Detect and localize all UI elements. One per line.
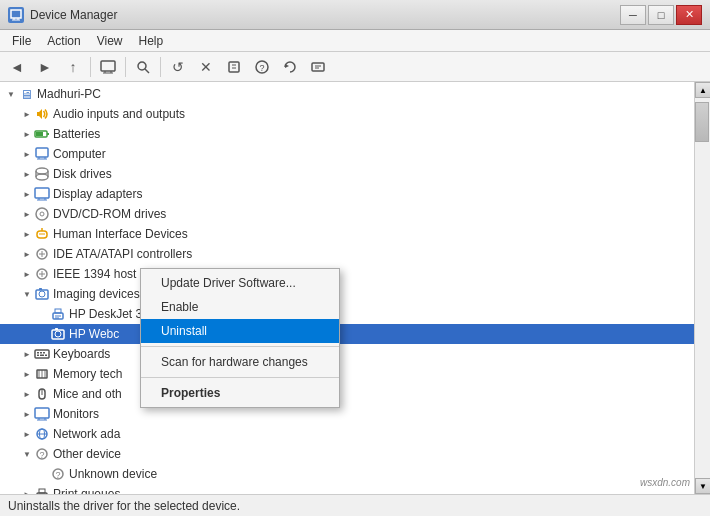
tree-label: Madhuri-PC <box>37 87 101 101</box>
tree-item-madhuri[interactable]: ▼ 🖥 Madhuri-PC <box>0 84 694 104</box>
maximize-button[interactable]: □ <box>648 5 674 25</box>
expand-icon[interactable]: ► <box>20 207 34 221</box>
expand-icon[interactable]: ► <box>20 367 34 381</box>
menu-help[interactable]: Help <box>131 32 172 50</box>
expand-icon[interactable]: ► <box>20 407 34 421</box>
tree-item-hp-deskjet[interactable]: HP DeskJet 3830 series (NET) <box>0 304 694 324</box>
app-icon <box>8 7 24 23</box>
ctx-uninstall[interactable]: Uninstall <box>141 319 339 343</box>
svg-rect-60 <box>40 355 44 357</box>
expand-icon[interactable]: ► <box>20 267 34 281</box>
expand-icon[interactable]: ▼ <box>20 447 34 461</box>
ctx-scan[interactable]: Scan for hardware changes <box>141 350 339 374</box>
tree-item-computer[interactable]: ► Computer <box>0 144 694 164</box>
tree-item-mice[interactable]: ► Mice and oth <box>0 384 694 404</box>
audio-icon <box>34 106 50 122</box>
svg-rect-59 <box>37 355 39 357</box>
webcam-icon <box>50 326 66 342</box>
svg-rect-54 <box>55 328 58 330</box>
tree-item-audio[interactable]: ► Audio inputs and outputs <box>0 104 694 124</box>
expand-icon[interactable]: ► <box>20 387 34 401</box>
printq-icon <box>34 486 50 494</box>
scrollbar-track[interactable] <box>695 98 710 478</box>
tree-item-network[interactable]: ► Network ada <box>0 424 694 444</box>
refresh-button[interactable]: ↺ <box>165 55 191 79</box>
expand-icon[interactable]: ► <box>20 427 34 441</box>
svg-rect-0 <box>11 10 21 18</box>
expand-icon[interactable]: ► <box>20 227 34 241</box>
tree-item-hp-webcam[interactable]: HP Webc <box>0 324 694 344</box>
up-button[interactable]: ↑ <box>60 55 86 79</box>
tree-label: Display adapters <box>53 187 142 201</box>
tree-item-dvd[interactable]: ► DVD/CD-ROM drives <box>0 204 694 224</box>
tree-item-printq[interactable]: ► Print queues <box>0 484 694 494</box>
expand-icon[interactable]: ► <box>20 147 34 161</box>
expand-spacer <box>36 307 50 321</box>
tree-item-hid[interactable]: ► Human Interface Devices <box>0 224 694 244</box>
forward-button[interactable]: ► <box>32 55 58 79</box>
tree-label: Disk drives <box>53 167 112 181</box>
svg-rect-4 <box>101 61 115 71</box>
close-button[interactable]: ✕ <box>676 5 702 25</box>
menu-action[interactable]: Action <box>39 32 88 50</box>
search-button[interactable] <box>130 55 156 79</box>
update-button[interactable] <box>277 55 303 79</box>
expand-icon[interactable]: ► <box>20 127 34 141</box>
battery-icon <box>34 126 50 142</box>
menu-view[interactable]: View <box>89 32 131 50</box>
tree-item-disk[interactable]: ► Disk drives <box>0 164 694 184</box>
separator-1 <box>90 57 91 77</box>
mice-icon <box>34 386 50 402</box>
ctx-separator-1 <box>141 346 339 347</box>
network-icon <box>34 426 50 442</box>
pc-icon <box>34 146 50 162</box>
expand-icon[interactable]: ► <box>20 247 34 261</box>
title-bar-left: Device Manager <box>8 7 117 23</box>
tree-item-batteries[interactable]: ► Batteries <box>0 124 694 144</box>
expand-icon[interactable]: ► <box>20 107 34 121</box>
expand-icon[interactable]: ▼ <box>4 87 18 101</box>
help-button[interactable]: ? <box>249 55 275 79</box>
tree-item-keyboards[interactable]: ► Keyboards <box>0 344 694 364</box>
tree-label: Imaging devices <box>53 287 140 301</box>
minimize-button[interactable]: ─ <box>620 5 646 25</box>
tree-item-imaging[interactable]: ▼ Imaging devices <box>0 284 694 304</box>
expand-icon[interactable]: ▼ <box>20 287 34 301</box>
tree-item-monitors[interactable]: ► Monitors <box>0 404 694 424</box>
stop-button[interactable]: ✕ <box>193 55 219 79</box>
expand-icon[interactable]: ► <box>20 167 34 181</box>
tree-item-unknown[interactable]: ? Unknown device <box>0 464 694 484</box>
ctx-separator-2 <box>141 377 339 378</box>
ctx-enable[interactable]: Enable <box>141 295 339 319</box>
tree-item-memory[interactable]: ► Memory tech <box>0 364 694 384</box>
back-button[interactable]: ◄ <box>4 55 30 79</box>
tree-view[interactable]: ▼ 🖥 Madhuri-PC ► Audio inputs and output… <box>0 82 694 494</box>
scrollbar-thumb[interactable] <box>695 102 709 142</box>
scroll-down-button[interactable]: ▼ <box>695 478 710 494</box>
tree-item-ide[interactable]: ► IDE ATA/ATAPI controllers <box>0 244 694 264</box>
tree-label: Mice and oth <box>53 387 122 401</box>
tree-item-ieee[interactable]: ► IEEE 1394 host controllers <box>0 264 694 284</box>
expand-icon[interactable]: ► <box>20 187 34 201</box>
menu-file[interactable]: File <box>4 32 39 50</box>
disk-icon <box>34 166 50 182</box>
svg-point-8 <box>138 62 146 70</box>
tree-item-display[interactable]: ► Display adapters <box>0 184 694 204</box>
expand-icon[interactable]: ► <box>20 347 34 361</box>
scan-button[interactable] <box>305 55 331 79</box>
svg-rect-58 <box>43 352 45 354</box>
svg-rect-20 <box>47 133 49 135</box>
svg-point-34 <box>36 208 48 220</box>
properties-button[interactable] <box>221 55 247 79</box>
scroll-up-button[interactable]: ▲ <box>695 82 710 98</box>
svg-marker-15 <box>285 64 289 68</box>
expand-icon[interactable]: ► <box>20 487 34 494</box>
tree-item-other[interactable]: ▼ ? Other device <box>0 444 694 464</box>
scrollbar[interactable]: ▲ ▼ <box>694 82 710 494</box>
computer-button[interactable] <box>95 55 121 79</box>
ctx-properties[interactable]: Properties <box>141 381 339 405</box>
window-title: Device Manager <box>30 8 117 22</box>
tree-label: Human Interface Devices <box>53 227 188 241</box>
ctx-update-driver[interactable]: Update Driver Software... <box>141 271 339 295</box>
svg-line-9 <box>145 69 149 73</box>
